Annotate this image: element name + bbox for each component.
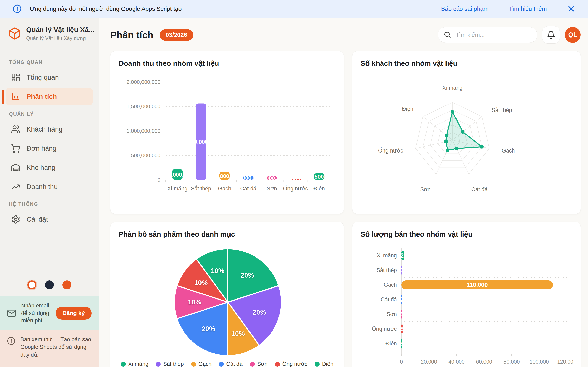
svg-text:Sắt thép: Sắt thép bbox=[376, 267, 397, 273]
svg-text:160,000,000: 160,000,000 bbox=[209, 173, 240, 179]
email-signup-box: Nhập email để sử dụng miễn phí. Đăng ký bbox=[0, 296, 99, 330]
app-screen: Ứng dụng này do một người dùng Google Ap… bbox=[0, 0, 588, 367]
card-title: Số khách theo nhóm vật liệu bbox=[361, 59, 572, 67]
app-subtitle: Quản lý Vật liệu Xây dựng bbox=[26, 35, 94, 41]
theme-dot-dark[interactable] bbox=[45, 280, 54, 289]
svg-text:10%: 10% bbox=[231, 330, 245, 337]
legend-item: Cát đá bbox=[219, 361, 242, 367]
svg-text:Cát đá: Cát đá bbox=[380, 296, 397, 303]
svg-text:460: 460 bbox=[397, 340, 407, 347]
card-title: Phân bố sản phẩm theo danh mục bbox=[119, 230, 336, 238]
svg-text:10%: 10% bbox=[194, 279, 208, 286]
svg-text:2,000,000,000: 2,000,000,000 bbox=[127, 79, 160, 85]
svg-text:Ống nước: Ống nước bbox=[283, 185, 308, 192]
report-abuse-link[interactable]: Báo cáo sai phạm bbox=[441, 6, 489, 12]
theme-dot-white[interactable] bbox=[27, 280, 36, 289]
sidebar-item-users[interactable]: Khách hàng bbox=[6, 120, 93, 138]
svg-text:60,000: 60,000 bbox=[476, 359, 492, 365]
legend-item: Gạch bbox=[191, 361, 212, 367]
svg-text:80,000: 80,000 bbox=[503, 359, 520, 365]
legend-label: Sơn bbox=[257, 361, 268, 367]
customers-radar-chart: Xi măngSắt thépGạchCát đáSơnỐng nướcĐiện bbox=[361, 73, 572, 204]
warehouse-icon bbox=[11, 163, 20, 172]
svg-text:40,000: 40,000 bbox=[448, 359, 465, 365]
svg-text:Điện: Điện bbox=[402, 106, 414, 112]
main-area: Phân tích 03/2026 QL Doanh thu theo nhóm… bbox=[99, 17, 588, 367]
search-input[interactable] bbox=[456, 32, 531, 38]
svg-text:Điện: Điện bbox=[385, 341, 397, 347]
legend-dot bbox=[219, 362, 224, 367]
legend-item: Xi măng bbox=[121, 361, 148, 367]
sidebar-item-gear[interactable]: Cài đặt bbox=[6, 211, 93, 228]
svg-text:1,000,000,000: 1,000,000,000 bbox=[127, 128, 160, 134]
svg-text:500,000,000: 500,000,000 bbox=[131, 152, 160, 158]
card-revenue-by-group: Doanh thu theo nhóm vật liệu 2,000,000,0… bbox=[110, 51, 344, 214]
trial-note-box: Bản xem thử — Tạo bản sao Google Sheets … bbox=[0, 330, 99, 367]
svg-text:10%: 10% bbox=[188, 298, 201, 306]
svg-text:880: 880 bbox=[397, 325, 407, 332]
sidebar-item-cart[interactable]: Đơn hàng bbox=[6, 140, 93, 157]
sidebar-item-label: Tổng quan bbox=[26, 74, 59, 81]
svg-text:75,000,000: 75,000,000 bbox=[258, 175, 286, 181]
svg-text:20%: 20% bbox=[241, 272, 254, 279]
revenue-bar-chart: 2,000,000,0001,500,000,0001,000,000,0005… bbox=[119, 73, 336, 202]
svg-text:Cát đá: Cát đá bbox=[471, 186, 488, 192]
svg-text:Xi măng: Xi măng bbox=[442, 85, 462, 91]
learn-more-link[interactable]: Tìm hiểu thêm bbox=[509, 6, 547, 12]
svg-text:0: 0 bbox=[400, 359, 403, 365]
app-title: Quản lý Vật liệu Xâ... bbox=[26, 26, 94, 34]
search-box bbox=[438, 27, 537, 43]
sidebar-section-label: QUẢN LÝ bbox=[9, 111, 90, 117]
theme-switcher bbox=[0, 275, 99, 296]
avatar[interactable]: QL bbox=[565, 27, 581, 43]
gear-icon bbox=[11, 215, 20, 224]
svg-text:Ống nước: Ống nước bbox=[378, 147, 403, 154]
period-badge: 03/2026 bbox=[160, 29, 193, 41]
app-shell: Quản lý Vật liệu Xâ... Quản lý Vật liệu … bbox=[0, 17, 588, 367]
svg-text:520: 520 bbox=[397, 296, 407, 303]
sidebar-item-label: Doanh thu bbox=[26, 183, 58, 191]
svg-text:8,000,000: 8,000,000 bbox=[283, 176, 308, 183]
sidebar: Quản lý Vật liệu Xâ... Quản lý Vật liệu … bbox=[0, 17, 99, 367]
svg-text:136,500,000: 136,500,000 bbox=[304, 174, 334, 180]
svg-text:2,200: 2,200 bbox=[396, 252, 410, 259]
legend-label: Ống nước bbox=[282, 361, 307, 367]
users-icon bbox=[11, 125, 20, 134]
sidebar-item-warehouse[interactable]: Kho hàng bbox=[6, 159, 93, 176]
svg-text:120,000: 120,000 bbox=[557, 359, 573, 365]
svg-text:20%: 20% bbox=[252, 309, 266, 316]
svg-text:Gạch: Gạch bbox=[218, 185, 231, 192]
legend-dot bbox=[191, 362, 196, 367]
svg-text:Sơn: Sơn bbox=[387, 311, 397, 317]
sidebar-item-label: Đơn hàng bbox=[26, 145, 56, 152]
card-title: Số lượng bán theo nhóm vật liệu bbox=[361, 230, 572, 238]
trending-up-icon bbox=[11, 182, 20, 192]
notifications-button[interactable] bbox=[542, 26, 560, 44]
apps-script-banner: Ứng dụng này do một người dùng Google Ap… bbox=[0, 0, 588, 17]
sidebar-item-label: Khách hàng bbox=[26, 125, 62, 133]
products-pie-chart: 20%20%10%20%10%10%10% bbox=[119, 244, 336, 360]
banner-text: Ứng dụng này do một người dùng Google Ap… bbox=[30, 6, 421, 12]
page-title: Phân tích bbox=[110, 29, 154, 41]
signup-button[interactable]: Đăng ký bbox=[56, 307, 92, 320]
card-quantity-by-group: Số lượng bán theo nhóm vật liệu 020,0004… bbox=[352, 222, 581, 367]
svg-text:Sắt thép: Sắt thép bbox=[492, 107, 512, 113]
app-logo-box-icon bbox=[8, 27, 21, 40]
theme-dot-orange[interactable] bbox=[62, 280, 71, 289]
sidebar-item-dashboard[interactable]: Tổng quan bbox=[6, 69, 93, 86]
sidebar-item-trending-up[interactable]: Doanh thu bbox=[6, 178, 93, 196]
close-icon[interactable] bbox=[567, 5, 575, 13]
svg-text:Điện: Điện bbox=[313, 185, 325, 192]
svg-text:Sơn: Sơn bbox=[267, 185, 277, 192]
sidebar-item-analytics[interactable]: Phân tích bbox=[6, 88, 93, 105]
analytics-icon bbox=[11, 92, 20, 101]
sidebar-section-label: TỔNG QUAN bbox=[9, 59, 90, 65]
info-icon bbox=[13, 4, 22, 13]
dashboard-icon bbox=[11, 73, 20, 82]
svg-text:Sắt thép: Sắt thép bbox=[191, 185, 211, 192]
legend-label: Sắt thép bbox=[163, 361, 184, 367]
svg-text:Gạch: Gạch bbox=[384, 282, 397, 288]
svg-text:300: 300 bbox=[397, 267, 407, 273]
bell-icon bbox=[547, 31, 555, 39]
charts-grid: Doanh thu theo nhóm vật liệu 2,000,000,0… bbox=[99, 50, 588, 367]
